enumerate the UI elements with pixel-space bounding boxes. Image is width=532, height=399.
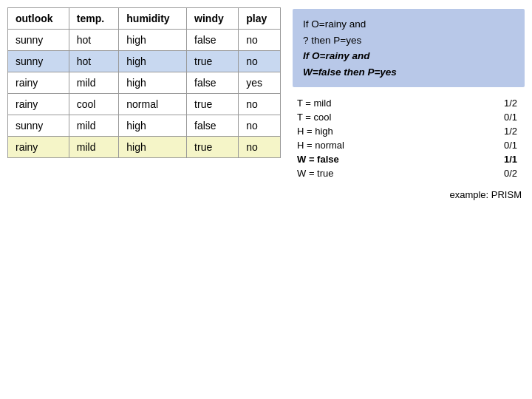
cell-temp: cool xyxy=(69,94,119,115)
cell-humidity: high xyxy=(119,115,187,137)
col-header-temp: temp. xyxy=(69,8,119,30)
col-header-windy: windy xyxy=(187,8,239,30)
rule-line4: W=false then P=yes xyxy=(303,66,397,78)
table-row: rainymildhighfalseyes xyxy=(8,72,281,94)
stats-value: 0/2 xyxy=(381,166,525,180)
stats-value: 1/2 xyxy=(381,96,525,110)
data-table-section: outlook temp. humidity windy play sunnyh… xyxy=(7,7,281,158)
data-table: outlook temp. humidity windy play sunnyh… xyxy=(7,7,281,158)
cell-outlook: rainy xyxy=(8,137,69,158)
stats-label: W = true xyxy=(293,166,381,180)
stats-row: H = normal0/1 xyxy=(293,138,525,152)
cell-temp: mild xyxy=(69,137,119,158)
table-header-row: outlook temp. humidity windy play xyxy=(8,8,281,30)
stats-value: 1/2 xyxy=(381,124,525,138)
stats-label: T = cool xyxy=(293,110,381,124)
stats-label: W = false xyxy=(293,152,381,166)
table-row: sunnymildhighfalseno xyxy=(8,115,281,137)
rule-line1: If O=rainy and xyxy=(303,18,366,30)
stats-row: T = mild1/2 xyxy=(293,96,525,110)
table-row: sunnyhothighfalseno xyxy=(8,30,281,51)
cell-humidity: high xyxy=(119,137,187,158)
cell-humidity: high xyxy=(119,30,187,51)
stats-row: T = cool0/1 xyxy=(293,110,525,124)
cell-temp: mild xyxy=(69,72,119,94)
rule-line2: ? then P=yes xyxy=(303,35,361,46)
cell-play: no xyxy=(239,94,281,115)
cell-outlook: sunny xyxy=(8,51,69,72)
cell-temp: hot xyxy=(69,30,119,51)
stats-label: H = high xyxy=(293,124,381,138)
col-header-outlook: outlook xyxy=(8,8,69,30)
col-header-play: play xyxy=(239,8,281,30)
cell-windy: false xyxy=(187,72,239,94)
cell-outlook: sunny xyxy=(8,30,69,51)
cell-play: yes xyxy=(239,72,281,94)
col-header-humidity: humidity xyxy=(119,8,187,30)
stats-value: 0/1 xyxy=(381,138,525,152)
info-panel: If O=rainy and ? then P=yes If O=rainy a… xyxy=(293,7,525,200)
cell-play: no xyxy=(239,137,281,158)
stats-value: 1/1 xyxy=(381,152,525,166)
cell-play: no xyxy=(239,51,281,72)
example-label: example: PRISM xyxy=(293,189,525,200)
cell-windy: true xyxy=(187,94,239,115)
rule-line3: If O=rainy and xyxy=(303,50,369,61)
cell-humidity: high xyxy=(119,72,187,94)
cell-windy: false xyxy=(187,115,239,137)
cell-temp: hot xyxy=(69,51,119,72)
stats-row: W = false1/1 xyxy=(293,152,525,166)
stats-label: T = mild xyxy=(293,96,381,110)
cell-play: no xyxy=(239,30,281,51)
cell-humidity: high xyxy=(119,51,187,72)
cell-outlook: sunny xyxy=(8,115,69,137)
cell-outlook: rainy xyxy=(8,94,69,115)
stats-row: W = true0/2 xyxy=(293,166,525,180)
cell-windy: true xyxy=(187,137,239,158)
stats-row: H = high1/2 xyxy=(293,124,525,138)
cell-outlook: rainy xyxy=(8,72,69,94)
table-row: rainycoolnormaltrueno xyxy=(8,94,281,115)
stats-value: 0/1 xyxy=(381,110,525,124)
cell-windy: false xyxy=(187,30,239,51)
cell-humidity: normal xyxy=(119,94,187,115)
cell-windy: true xyxy=(187,51,239,72)
stats-label: H = normal xyxy=(293,138,381,152)
rule-box: If O=rainy and ? then P=yes If O=rainy a… xyxy=(293,9,525,87)
table-row: sunnyhothightrueno xyxy=(8,51,281,72)
cell-temp: mild xyxy=(69,115,119,137)
cell-play: no xyxy=(239,115,281,137)
table-row: rainymildhightrueno xyxy=(8,137,281,158)
stats-table: T = mild1/2T = cool0/1H = high1/2H = nor… xyxy=(293,96,525,180)
